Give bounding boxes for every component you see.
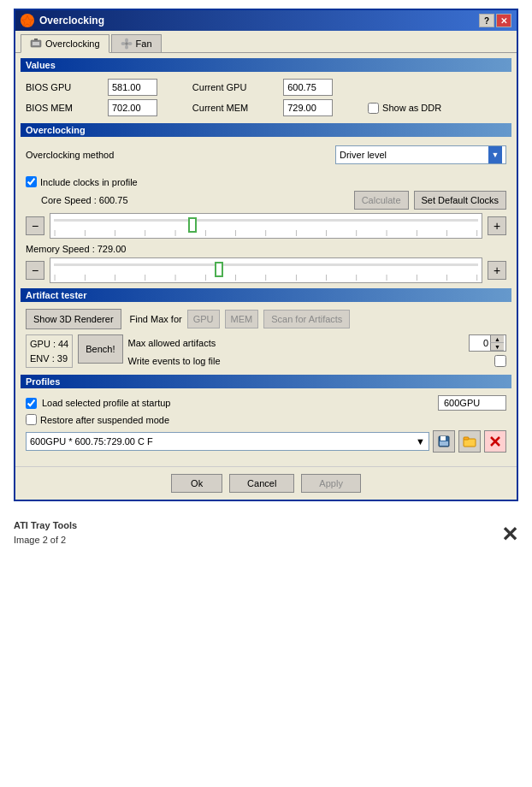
dropdown-arrow-icon[interactable]: ▼ (488, 146, 502, 163)
core-slider-plus[interactable]: + (488, 216, 506, 235)
values-grid: BIOS GPU Current GPU BIOS MEM Current ME… (21, 75, 511, 120)
restore-mode-label: Restore after suspended mode (40, 415, 169, 425)
save-icon (437, 435, 451, 448)
svg-rect-10 (440, 436, 446, 441)
mem-slider-container: | | | | | | | | | | | | | (50, 257, 482, 283)
current-gpu-label: Current GPU (192, 82, 278, 92)
restore-mode-checkbox[interactable] (26, 414, 37, 425)
open-profile-button[interactable] (458, 430, 481, 453)
values-section: Values BIOS GPU Current GPU BIOS MEM Cur… (21, 58, 511, 120)
svg-point-4 (125, 42, 128, 45)
show-ddr-label: Show as DDR (382, 103, 441, 113)
delete-icon (488, 435, 502, 448)
mem-slider-row: − | | | | | | | (21, 256, 511, 285)
bios-gpu-input[interactable] (108, 79, 157, 96)
profile-row1: Load selected profile at startup 600GPU (26, 395, 506, 411)
max-artifacts-input[interactable] (470, 337, 490, 349)
bench-button[interactable]: Bench! (78, 334, 122, 364)
show-ddr-row: Show as DDR (368, 103, 471, 114)
bios-gpu-label: BIOS GPU (26, 82, 103, 92)
profile-dropdown-row: 600GPU * 600.75:729.00 C F ▼ (26, 430, 506, 453)
show-ddr-checkbox[interactable] (368, 103, 379, 114)
svg-point-7 (125, 45, 128, 50)
bios-mem-input[interactable] (108, 99, 157, 116)
load-profile-checkbox[interactable] (26, 398, 37, 409)
artifact-row1: Show 3D Renderer Find Max for GPU MEM Sc… (26, 309, 506, 329)
profile-dropdown-arrow-icon[interactable]: ▼ (416, 436, 425, 447)
core-slider-container: | | | | | | | | | | | | | (50, 213, 482, 239)
window-title: Overclocking (39, 15, 104, 27)
cancel-button[interactable]: Cancel (229, 474, 294, 493)
spinner-up[interactable]: ▲ (490, 335, 504, 343)
ok-button[interactable]: Ok (171, 474, 222, 493)
values-header: Values (21, 58, 511, 72)
gpu-reading: GPU : 44 (30, 337, 68, 352)
svg-point-5 (125, 38, 128, 43)
footer-close-button[interactable]: ✕ (501, 523, 518, 547)
title-buttons: ? ✕ (479, 14, 511, 27)
memory-speed-label: Memory Speed : 729.00 (26, 244, 126, 254)
footer-text: ATI Tray Tools Image 2 of 2 (14, 518, 77, 547)
svg-rect-11 (440, 441, 448, 446)
core-slider-row: − | | | | | | | (21, 211, 511, 240)
profile-dropdown-value: 600GPU * 600.75:729.00 C F (30, 436, 153, 447)
include-clocks-row: Include clocks in profile (21, 171, 511, 189)
main-window: Overclocking ? ✕ Overclocking Fan (14, 9, 518, 501)
oc-method-value: Driver level (340, 150, 387, 160)
scan-artifacts-button[interactable]: Scan for Artifacts (263, 310, 350, 328)
mem-slider-thumb[interactable] (215, 262, 223, 277)
spinner-arrows: ▲ ▼ (490, 335, 504, 351)
oc-method-row: Overclocking method Driver level ▼ (21, 140, 511, 166)
svg-rect-3 (34, 38, 38, 40)
app-name: ATI Tray Tools (14, 518, 77, 533)
save-profile-button[interactable] (433, 430, 455, 453)
help-button[interactable]: ? (479, 14, 494, 27)
load-profile-label: Load selected profile at startup (42, 398, 170, 408)
tab-fan[interactable]: Fan (111, 34, 162, 52)
show-3d-renderer-button[interactable]: Show 3D Renderer (26, 309, 121, 329)
write-events-checkbox[interactable] (494, 355, 506, 367)
apply-button[interactable]: Apply (301, 474, 361, 493)
delete-profile-button[interactable] (484, 430, 506, 453)
mem-slider-plus[interactable]: + (488, 261, 506, 280)
max-artifacts-label: Max allowed artifacts (128, 338, 216, 348)
core-slider-thumb[interactable] (188, 217, 197, 233)
tab-overclocking[interactable]: Overclocking (21, 34, 109, 53)
current-mem-input[interactable] (283, 99, 333, 116)
spinner-down[interactable]: ▼ (490, 343, 504, 351)
close-button[interactable]: ✕ (496, 14, 511, 27)
folder-open-icon (463, 435, 476, 448)
find-max-label: Find Max for (130, 314, 182, 324)
dialog-buttons: Ok Cancel Apply (15, 466, 517, 500)
profiles-section: Profiles Load selected profile at startu… (21, 375, 511, 456)
oc-method-dropdown[interactable]: Driver level ▼ (335, 145, 506, 164)
profiles-content: Load selected profile at startup 600GPU … (21, 392, 511, 456)
write-events-label: Write events to log file (128, 356, 221, 366)
profile-dropdown[interactable]: 600GPU * 600.75:729.00 C F ▼ (26, 432, 429, 451)
mem-slider-minus[interactable]: − (26, 261, 44, 280)
title-bar: Overclocking ? ✕ (15, 10, 517, 31)
include-clocks-checkbox[interactable] (26, 176, 37, 187)
svg-rect-13 (464, 437, 469, 440)
core-speed-label: Core Speed : 600.75 (41, 195, 128, 205)
artifact-section: Artifact tester Show 3D Renderer Find Ma… (21, 288, 511, 371)
artifact-details: Max allowed artifacts ▲ ▼ Write events t… (128, 334, 507, 367)
image-info: Image 2 of 2 (14, 533, 77, 547)
core-slider-minus[interactable]: − (26, 216, 44, 235)
profiles-header: Profiles (21, 375, 511, 388)
current-gpu-input[interactable] (283, 79, 333, 96)
env-reading: ENV : 39 (30, 352, 68, 366)
fan-tab-icon (121, 38, 133, 50)
gpu-button[interactable]: GPU (187, 310, 220, 328)
bios-mem-label: BIOS MEM (26, 103, 103, 113)
overclocking-header: Overclocking (21, 123, 511, 137)
calculate-button[interactable]: Calculate (354, 191, 409, 210)
mem-button[interactable]: MEM (225, 310, 259, 328)
artifact-row2: GPU : 44 ENV : 39 Bench! Max allowed art… (26, 334, 506, 368)
artifact-header: Artifact tester (21, 288, 511, 302)
profile-name-box: 600GPU (438, 395, 506, 411)
profile-row2: Restore after suspended mode (26, 414, 506, 425)
oc-method-label: Overclocking method (26, 150, 327, 160)
max-artifacts-spinner[interactable]: ▲ ▼ (469, 334, 506, 352)
set-default-clocks-button[interactable]: Set Default Clocks (414, 191, 506, 210)
